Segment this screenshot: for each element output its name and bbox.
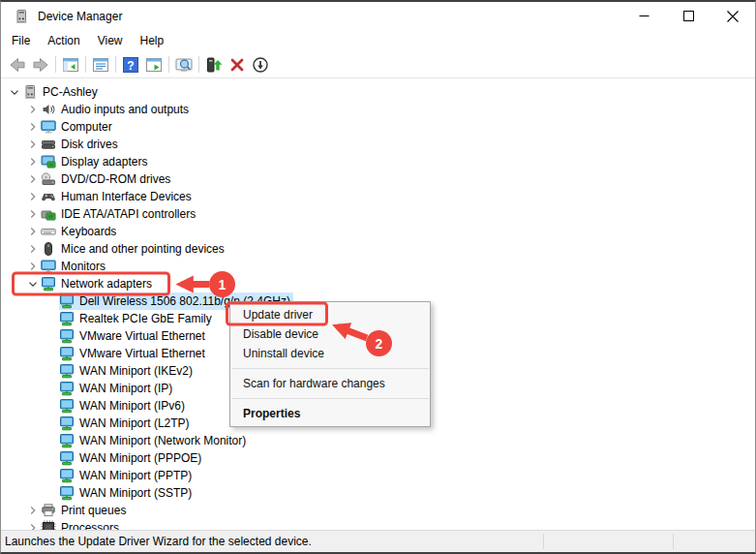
chevron-collapsed-icon[interactable] — [24, 206, 41, 222]
tree-item-wan-miniport-pptp[interactable]: WAN Miniport (PPTP) — [1, 467, 755, 484]
tree-item-monitors[interactable]: Monitors — [1, 258, 755, 275]
chevron-spacer — [43, 363, 59, 379]
window-controls — [621, 2, 755, 30]
properties-button[interactable] — [89, 54, 112, 76]
help-button[interactable] — [119, 54, 142, 76]
chevron-collapsed-icon[interactable] — [24, 102, 41, 117]
close-button[interactable] — [711, 2, 755, 30]
menu-file[interactable]: File — [3, 32, 39, 49]
chevron-collapsed-icon[interactable] — [24, 259, 41, 274]
network-icon — [59, 381, 75, 396]
monitor-icon — [41, 259, 56, 274]
status-text: Launches the Update Driver Wizard for th… — [5, 535, 312, 548]
tree-item-label: Processors — [61, 521, 119, 530]
tree-item-dvd-cd-rom-drives[interactable]: DVD/CD-ROM drives — [1, 170, 755, 188]
tree-item-label: IDE ATA/ATAPI controllers — [61, 207, 196, 221]
show-action-pane-icon — [144, 55, 164, 75]
tree-item-label: Network adapters — [61, 277, 152, 291]
tree-item-label: Computer — [61, 120, 112, 134]
network-icon — [59, 398, 75, 414]
chevron-collapsed-icon[interactable] — [24, 119, 41, 135]
tree-item-label: WAN Miniport (L2TP) — [79, 416, 190, 430]
tree-item-pc-ashley[interactable]: PC-Ashley — [1, 83, 755, 101]
tree-item-label: Print queues — [61, 504, 126, 517]
update-driver-button[interactable] — [202, 54, 226, 76]
tree-item-disk-drives[interactable]: Disk drives — [1, 136, 755, 153]
printer-icon — [41, 503, 56, 518]
context-menu-item-disable-device[interactable]: Disable device — [230, 324, 430, 344]
chevron-collapsed-icon[interactable] — [24, 137, 41, 152]
toolbar-separator — [85, 56, 86, 73]
status-pane-divider — [673, 534, 674, 549]
chevron-expanded-icon[interactable] — [6, 84, 22, 100]
tree-item-label: Display adapters — [61, 155, 147, 169]
context-menu-item-update-driver[interactable]: Update driver — [230, 305, 430, 324]
tree-item-keyboards[interactable]: Keyboards — [1, 223, 755, 240]
device-manager-app-icon — [14, 9, 29, 24]
tree-item-label: PC-Ashley — [43, 85, 98, 99]
chevron-collapsed-icon[interactable] — [24, 520, 41, 530]
tree-item-wan-miniport-network-monitor[interactable]: WAN Miniport (Network Monitor) — [1, 432, 755, 449]
context-menu-item-uninstall-device[interactable]: Uninstall device — [230, 344, 430, 363]
context-menu-item-properties[interactable]: Properties — [230, 404, 430, 423]
chevron-collapsed-icon[interactable] — [24, 189, 41, 204]
tree-item-print-queues[interactable]: Print queues — [1, 502, 755, 519]
back-button[interactable] — [6, 54, 29, 76]
scan-for-hardware-changes-button[interactable] — [172, 54, 196, 76]
maximize-icon — [683, 11, 694, 21]
menu-separator — [231, 398, 429, 399]
speaker-icon — [41, 102, 56, 117]
network-icon — [59, 468, 75, 483]
chevron-collapsed-icon[interactable] — [24, 154, 41, 169]
network-icon — [41, 276, 56, 292]
maximize-button[interactable] — [666, 2, 711, 30]
chevron-collapsed-icon[interactable] — [24, 171, 41, 187]
toolbar-separator — [115, 56, 116, 73]
show-console-tree-button[interactable] — [59, 54, 82, 76]
properties-icon — [91, 55, 110, 75]
show-action-pane-button[interactable] — [142, 54, 166, 76]
network-icon — [59, 363, 75, 379]
menu-help[interactable]: Help — [132, 32, 173, 49]
tree-item-label: WAN Miniport (Network Monitor) — [79, 434, 246, 447]
menu-action[interactable]: Action — [39, 32, 88, 49]
tree-item-label: Disk drives — [61, 138, 118, 151]
context-menu-item-scan-for-hardware-changes[interactable]: Scan for hardware changes — [230, 374, 430, 393]
device-manager-window: Device Manager File Action View Help PC-… — [0, 0, 756, 554]
disable-device-button[interactable] — [249, 54, 272, 76]
title-bar: Device Manager — [1, 2, 755, 30]
chevron-collapsed-icon[interactable] — [24, 241, 41, 257]
uninstall-device-button[interactable] — [226, 54, 249, 76]
tree-item-computer[interactable]: Computer — [1, 118, 755, 136]
tree-item-mice-and-other-pointing-devices[interactable]: Mice and other pointing devices — [1, 240, 755, 258]
toolbar-separator — [198, 56, 199, 73]
chevron-spacer — [43, 398, 59, 414]
menu-view[interactable]: View — [89, 32, 132, 49]
pc-icon — [22, 84, 38, 100]
monitor-icon — [41, 119, 56, 135]
dvd-icon — [41, 171, 56, 187]
tree-item-label: Keyboards — [61, 225, 116, 238]
tree-item-audio-inputs-and-outputs[interactable]: Audio inputs and outputs — [1, 101, 755, 118]
tree-item-ide-ata-atapi-controllers[interactable]: IDE ATA/ATAPI controllers — [1, 205, 755, 223]
tree-item-wan-miniport-pppoe[interactable]: WAN Miniport (PPPOE) — [1, 449, 755, 467]
context-menu: Update driverDisable deviceUninstall dev… — [229, 301, 431, 427]
tree-item-display-adapters[interactable]: Display adapters — [1, 153, 755, 170]
chevron-spacer — [43, 450, 59, 466]
chevron-expanded-icon[interactable] — [24, 276, 41, 292]
toolbar-separator — [168, 56, 169, 73]
minimize-button[interactable] — [621, 2, 666, 30]
forward-button[interactable] — [29, 54, 52, 76]
status-pane-divider — [543, 534, 544, 549]
network-icon — [59, 311, 75, 326]
tree-item-network-adapters[interactable]: Network adapters — [1, 275, 755, 292]
close-icon — [727, 11, 739, 22]
tree-item-wan-miniport-sstp[interactable]: WAN Miniport (SSTP) — [1, 484, 755, 502]
chevron-collapsed-icon[interactable] — [24, 503, 41, 518]
tree-item-human-interface-devices[interactable]: Human Interface Devices — [1, 188, 755, 205]
window-title: Device Manager — [38, 10, 122, 23]
chevron-spacer — [43, 433, 59, 448]
tree-item-label: Realtek PCIe GbE Family — [79, 312, 212, 325]
chevron-collapsed-icon[interactable] — [24, 224, 41, 239]
tree-item-processors[interactable]: Processors — [1, 519, 755, 530]
